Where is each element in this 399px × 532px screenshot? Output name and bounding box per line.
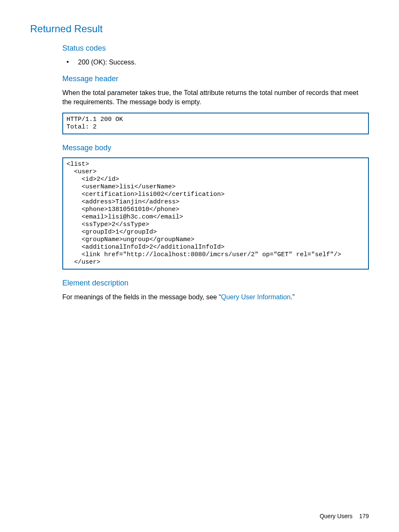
heading-element-description: Element description [62, 279, 369, 288]
footer-title: Query Users [320, 513, 353, 519]
heading-message-header: Message header [62, 75, 369, 83]
heading-returned-result: Returned Result [30, 23, 369, 35]
link-query-user-information[interactable]: Query User Information [221, 293, 290, 301]
list-item: • 200 (OK): Success. [62, 58, 369, 67]
element-desc-suffix: .” [291, 293, 295, 301]
message-header-paragraph: When the total parameter takes true, the… [62, 88, 369, 107]
code-block-body: <list> <user> <id>2</id> <userName>lisi<… [62, 157, 369, 270]
bullet-icon: • [66, 58, 69, 66]
status-code-text: 200 (OK): Success. [78, 58, 136, 67]
element-desc-prefix: For meanings of the fields in the messag… [62, 293, 221, 301]
footer-page-number: 179 [359, 513, 369, 519]
heading-message-body: Message body [62, 144, 369, 152]
heading-status-codes: Status codes [62, 44, 369, 53]
element-description-paragraph: For meanings of the fields in the messag… [62, 293, 369, 302]
code-block-header: HTTP/1.1 200 OK Total: 2 [62, 113, 369, 134]
page-footer: Query Users 179 [320, 513, 369, 519]
